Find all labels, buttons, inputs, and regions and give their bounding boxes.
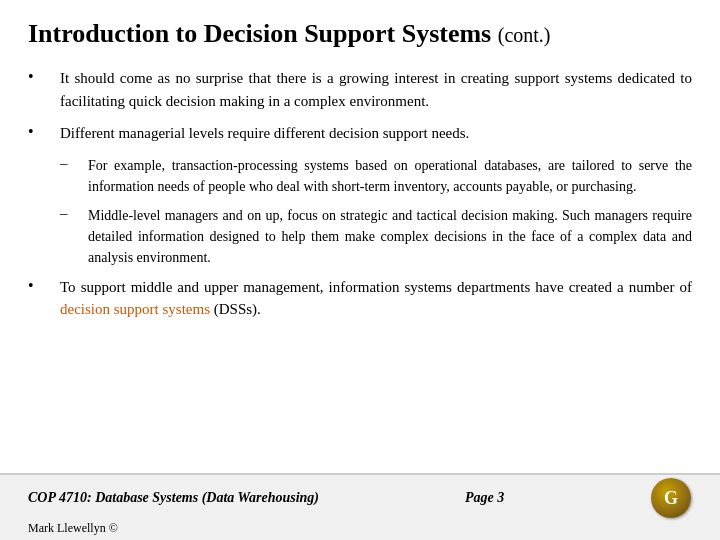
bullet-text-3-after: (DSSs). (210, 301, 261, 317)
content-area: Introduction to Decision Support Systems… (0, 0, 720, 473)
bullet-item-3: • To support middle and upper management… (28, 276, 692, 321)
footer: COP 4710: Database Systems (Data Warehou… (0, 473, 720, 521)
footer-course: COP 4710: Database Systems (Data Warehou… (28, 490, 319, 506)
bullet-text-3-before: To support middle and upper management, … (60, 279, 692, 295)
title-cont: (cont.) (498, 24, 551, 46)
title-main: Introduction to Decision Support Systems (28, 19, 491, 48)
bullet-dot-1: • (28, 68, 46, 86)
footer-author-area: Mark Llewellyn © (0, 521, 720, 540)
footer-page: Page 3 (465, 490, 504, 506)
bullet-text-3-highlight: decision support systems (60, 301, 210, 317)
bullet-dot-3: • (28, 277, 46, 295)
sub-dash-1: – (60, 155, 74, 172)
slide-title: Introduction to Decision Support Systems… (28, 18, 692, 49)
bullet-text-3: To support middle and upper management, … (60, 276, 692, 321)
sub-bullet-text-1: For example, transaction-processing syst… (88, 155, 692, 197)
bullet-text-1: It should come as no surprise that there… (60, 67, 692, 112)
sub-dash-2: – (60, 205, 74, 222)
bullet-dot-2: • (28, 123, 46, 141)
bullet-item-1: • It should come as no surprise that the… (28, 67, 692, 112)
logo-circle: G (651, 478, 691, 518)
sub-bullet-text-2: Middle-level managers and on up, focus o… (88, 205, 692, 268)
sub-bullet-item-1: – For example, transaction-processing sy… (60, 155, 692, 197)
sub-bullet-item-2: – Middle-level managers and on up, focus… (60, 205, 692, 268)
footer-logo: G (650, 477, 692, 519)
bullet-text-2: Different managerial levels require diff… (60, 122, 469, 145)
bullet-item-2: • Different managerial levels require di… (28, 122, 692, 145)
slide: Introduction to Decision Support Systems… (0, 0, 720, 540)
footer-author: Mark Llewellyn © (28, 521, 118, 535)
